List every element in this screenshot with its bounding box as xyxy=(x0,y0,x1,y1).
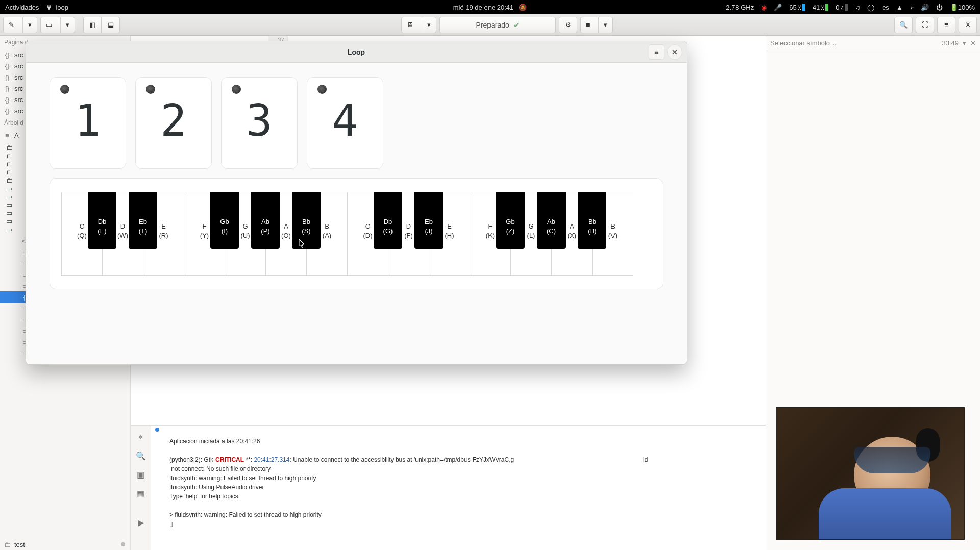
list-icon: ≡ xyxy=(3,132,11,139)
black-key-Ab[interactable]: Ab(C) xyxy=(537,192,566,249)
code-icon: {} xyxy=(3,107,11,115)
status-dot-icon: ◉ xyxy=(761,4,767,11)
change-marker-icon xyxy=(155,428,159,432)
console-rail: ⌖ 🔍 ▣ ▦ ▶ xyxy=(131,426,151,550)
track-1[interactable]: 1 xyxy=(50,77,126,169)
black-key-Eb[interactable]: Eb(T) xyxy=(129,192,157,249)
dropdown-icon[interactable]: ▾ xyxy=(963,39,966,47)
panel-left-toggle[interactable]: ◧ xyxy=(83,17,102,33)
code-icon: {} xyxy=(3,85,11,92)
panel-close-button[interactable]: ✕ xyxy=(970,39,976,47)
code-icon: {} xyxy=(3,96,11,104)
key-label: E(H) xyxy=(445,222,454,240)
loop-titlebar[interactable]: Loop ≡ ✕ xyxy=(26,41,687,63)
black-key-Bb[interactable]: Bb(B) xyxy=(578,192,606,249)
track-number: 2 xyxy=(160,95,187,146)
music-icon[interactable]: ♫ xyxy=(855,4,860,11)
key-label: D(W) xyxy=(117,222,128,240)
track-number: 1 xyxy=(75,95,101,146)
key-label: B(V) xyxy=(608,222,617,240)
position-indicator: 33:49 xyxy=(942,39,959,47)
record-icon[interactable] xyxy=(60,85,69,94)
loop-window: Loop ≡ ✕ 1234 C(Q)D(W)E(R)F(Y)G(U)A(O)B(… xyxy=(26,41,687,365)
key-label: F(Y) xyxy=(200,222,209,240)
mem-pct: 41٪ xyxy=(813,4,828,11)
bluetooth-icon[interactable]: ᚛ xyxy=(910,4,914,11)
track-number: 3 xyxy=(246,95,273,146)
key-label: Eb(T) xyxy=(139,217,148,236)
cpu-pct: 65٪ xyxy=(789,4,805,11)
build-config-button[interactable]: ⚙ xyxy=(559,17,577,33)
key-label: Db(G) xyxy=(383,217,393,236)
mic-icon[interactable]: 🎤 xyxy=(774,4,782,11)
key-label: Eb(J) xyxy=(425,217,433,236)
key-label: Ab(P) xyxy=(261,217,270,236)
key-label: Gb(I) xyxy=(220,217,229,236)
locate-icon[interactable]: ⌖ xyxy=(138,433,143,442)
test-folder[interactable]: 🗀test xyxy=(0,539,130,550)
run-icon[interactable]: ▶ xyxy=(138,518,144,528)
keyboard-layout[interactable]: es xyxy=(882,4,889,11)
symbol-search[interactable]: Seleccionar símbolo… xyxy=(770,39,837,47)
black-key-Gb[interactable]: Gb(Z) xyxy=(496,192,525,249)
key-label: Bb(S) xyxy=(302,217,310,236)
a11y-icon[interactable]: ◯ xyxy=(867,4,875,11)
key-label: Gb(Z) xyxy=(506,217,514,236)
gnome-topbar: Actividades 🎙 loop mié 19 de ene 20:41 🔕… xyxy=(0,0,980,14)
black-key-Db[interactable]: Db(G) xyxy=(374,192,402,249)
key-label: Bb(B) xyxy=(587,217,596,236)
track-2[interactable]: 2 xyxy=(135,77,212,169)
key-label: C(D) xyxy=(363,222,372,240)
volume-icon[interactable]: 🔊 xyxy=(921,4,929,11)
builder-toolbar: ✎▾ ▭▾ ◧ ⬓ 🖥▾ Preparado✔ ⚙ ■▾ 🔍 ⛶ ≡ ✕ xyxy=(0,14,980,36)
key-label: C(Q) xyxy=(77,222,87,240)
search-button[interactable]: 🔍 xyxy=(894,17,913,33)
key-label: D(F) xyxy=(404,222,413,240)
new-doc-button[interactable]: ✎▾ xyxy=(3,17,37,33)
power-icon[interactable]: ⏻ xyxy=(936,4,943,11)
loop-close-button[interactable]: ✕ xyxy=(667,44,682,60)
black-key-Bb[interactable]: Bb(S) xyxy=(292,192,321,249)
clock[interactable]: mié 19 de ene 20:41 xyxy=(453,4,514,11)
black-key-Eb[interactable]: Eb(J) xyxy=(414,192,443,249)
console-output[interactable]: Aplicación iniciada a las 20:41:26 (pyth… xyxy=(151,426,766,550)
open-button[interactable]: ▭▾ xyxy=(40,17,75,33)
key-label: F(K) xyxy=(486,222,495,240)
app-indicator[interactable]: 🎙 loop xyxy=(46,4,68,11)
wifi-icon[interactable]: ▲ xyxy=(896,4,903,11)
track-4[interactable]: 4 xyxy=(307,77,383,169)
key-label: G(L) xyxy=(527,222,535,240)
key-label: E(R) xyxy=(159,222,168,240)
activities-button[interactable]: Actividades xyxy=(5,4,39,11)
record-icon[interactable] xyxy=(232,85,241,94)
device-select[interactable]: 🖥▾ xyxy=(401,17,436,33)
key-label: G(U) xyxy=(240,222,250,240)
key-label: Ab(C) xyxy=(547,217,556,236)
hamburger-menu-button[interactable]: ≡ xyxy=(937,17,955,33)
window-close-button[interactable]: ✕ xyxy=(959,17,977,33)
key-label: Db(E) xyxy=(97,217,106,236)
record-icon[interactable] xyxy=(146,85,155,94)
fullscreen-button[interactable]: ⛶ xyxy=(916,17,934,33)
search-icon[interactable]: 🔍 xyxy=(136,451,146,461)
key-label: B(A) xyxy=(323,222,331,240)
code-icon: {} xyxy=(3,51,11,59)
cpu-freq: 2.78 GHz xyxy=(726,4,754,11)
track-3[interactable]: 3 xyxy=(221,77,298,169)
black-key-Db[interactable]: Db(E) xyxy=(88,192,116,249)
record-icon[interactable] xyxy=(317,85,327,94)
panel-bottom-toggle[interactable]: ⬓ xyxy=(102,17,120,33)
terminal-icon[interactable]: ▣ xyxy=(137,470,144,480)
black-key-Ab[interactable]: Ab(P) xyxy=(251,192,280,249)
black-key-Gb[interactable]: Gb(I) xyxy=(210,192,239,249)
build-status[interactable]: Preparado✔ xyxy=(439,17,555,33)
battery[interactable]: 🔋100% xyxy=(950,4,975,11)
tracks-row: 1234 xyxy=(50,77,663,169)
grid-icon[interactable]: ▦ xyxy=(137,489,144,498)
piano-keyboard: C(Q)D(W)E(R)F(Y)G(U)A(O)B(A)C(D)D(F)E(H)… xyxy=(61,192,651,276)
loop-menu-button[interactable]: ≡ xyxy=(649,44,664,60)
stop-button[interactable]: ■▾ xyxy=(580,17,613,33)
notification-mute-icon[interactable]: 🔕 xyxy=(519,4,527,11)
key-label: A(O) xyxy=(281,222,291,240)
piano-container: C(Q)D(W)E(R)F(Y)G(U)A(O)B(A)C(D)D(F)E(H)… xyxy=(50,178,663,289)
